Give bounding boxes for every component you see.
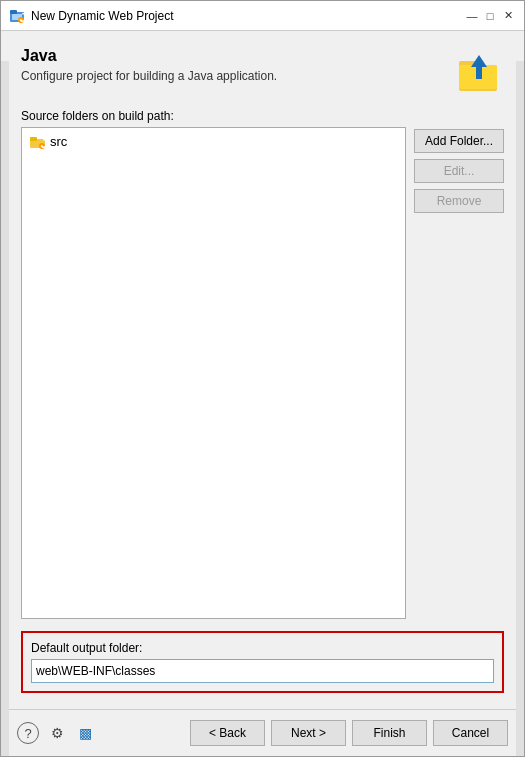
- main-window: J New Dynamic Web Project — □ ✕ Java Con…: [0, 0, 525, 757]
- output-folder-input[interactable]: [31, 659, 494, 683]
- taskbar-icon[interactable]: ▩: [75, 723, 95, 743]
- output-folder-label: Default output folder:: [31, 641, 494, 655]
- window-inner: Java Configure project for building a Ja…: [1, 31, 524, 756]
- source-folders-label: Source folders on build path:: [21, 109, 406, 123]
- svg-text:J: J: [20, 10, 26, 24]
- source-folders-list[interactable]: J src: [21, 127, 406, 619]
- main-layout: Source folders on build path: J: [21, 109, 504, 619]
- back-button[interactable]: < Back: [190, 720, 265, 746]
- close-button[interactable]: ✕: [500, 8, 516, 24]
- footer-right: < Back Next > Finish Cancel: [190, 720, 508, 746]
- src-folder-icon: J: [30, 135, 46, 149]
- finish-button[interactable]: Finish: [352, 720, 427, 746]
- remove-button[interactable]: Remove: [414, 189, 504, 213]
- next-button[interactable]: Next >: [271, 720, 346, 746]
- right-panel: Add Folder... Edit... Remove: [414, 109, 504, 619]
- output-section: Default output folder:: [21, 631, 504, 693]
- java-icon: [454, 47, 504, 97]
- left-panel: Source folders on build path: J: [21, 109, 406, 619]
- minimize-button[interactable]: —: [464, 8, 480, 24]
- add-folder-button[interactable]: Add Folder...: [414, 129, 504, 153]
- src-item-label: src: [50, 134, 67, 149]
- app-icon: J: [9, 8, 25, 24]
- footer-left: ? ⚙ ▩: [17, 722, 95, 744]
- section-header: Java Configure project for building a Ja…: [21, 47, 504, 97]
- svg-text:J: J: [41, 136, 47, 149]
- content-area: Java Configure project for building a Ja…: [1, 31, 524, 709]
- maximize-button[interactable]: □: [482, 8, 498, 24]
- footer: ? ⚙ ▩ < Back Next > Finish Cancel: [1, 709, 524, 756]
- cancel-button[interactable]: Cancel: [433, 720, 508, 746]
- right-accent-bar: [516, 61, 524, 756]
- list-item[interactable]: J src: [26, 132, 401, 151]
- left-accent-bar: [1, 61, 9, 756]
- help-icon[interactable]: ?: [17, 722, 39, 744]
- section-title-group: Java Configure project for building a Ja…: [21, 47, 444, 83]
- svg-rect-1: [10, 10, 17, 14]
- title-bar-label: New Dynamic Web Project: [31, 9, 464, 23]
- section-title: Java: [21, 47, 444, 65]
- title-bar: J New Dynamic Web Project — □ ✕: [1, 1, 524, 31]
- window-controls: — □ ✕: [464, 8, 516, 24]
- section-subtitle: Configure project for building a Java ap…: [21, 69, 444, 83]
- svg-rect-11: [30, 137, 37, 141]
- svg-rect-9: [476, 67, 482, 79]
- edit-button[interactable]: Edit...: [414, 159, 504, 183]
- settings-icon[interactable]: ⚙: [47, 723, 67, 743]
